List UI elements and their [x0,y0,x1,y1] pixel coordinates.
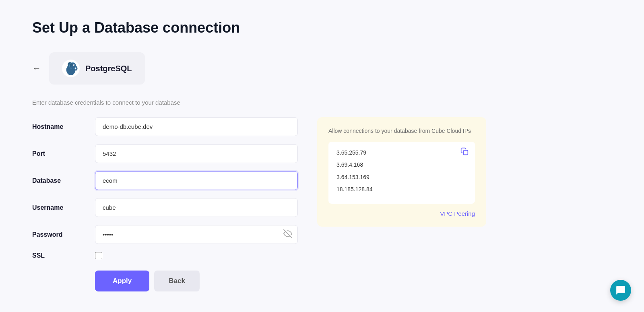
db-selector: ← [32,52,612,85]
svg-rect-9 [464,151,468,155]
toggle-password-button[interactable] [283,229,292,240]
form-layout: Hostname Port Database Username Password [32,117,612,291]
hostname-input[interactable] [95,117,298,136]
page-title: Set Up a Database connection [32,19,612,36]
instructions-text: Enter database credentials to connect to… [32,99,612,106]
vpc-peering-link[interactable]: VPC Peering [328,210,475,217]
ip-item: 18.185.128.84 [336,185,467,194]
apply-button[interactable]: Apply [95,271,149,291]
port-label: Port [32,150,89,157]
port-row: Port [32,144,298,163]
password-label: Password [32,231,89,238]
db-name-label: PostgreSQL [85,64,132,73]
ip-item: 3.65.255.79 [336,148,467,157]
info-panel-title: Allow connections to your database from … [328,127,475,135]
form-section: Hostname Port Database Username Password [32,117,298,291]
password-wrapper [95,225,298,244]
username-input[interactable] [95,198,298,217]
back-arrow-button[interactable]: ← [32,63,41,74]
ssl-label: SSL [32,252,89,259]
chat-bubble-button[interactable] [610,280,631,301]
db-card: PostgreSQL [49,52,145,85]
ip-item: 3.64.153.169 [336,173,467,182]
database-label: Database [32,177,89,184]
postgresql-icon [62,60,80,77]
database-input[interactable] [95,171,298,190]
port-input[interactable] [95,144,298,163]
svg-point-6 [74,65,74,65]
hostname-row: Hostname [32,117,298,136]
back-button[interactable]: Back [154,271,200,291]
buttons-row: Apply Back [95,271,298,291]
password-input[interactable] [95,225,298,244]
ssl-row: SSL [32,252,298,259]
ssl-checkbox[interactable] [95,252,102,259]
hostname-label: Hostname [32,123,89,130]
username-row: Username [32,198,298,217]
password-row: Password [32,225,298,244]
ip-item: 3.69.4.168 [336,160,467,169]
info-panel: Allow connections to your database from … [317,117,486,227]
username-label: Username [32,204,89,211]
copy-ips-button[interactable] [460,147,469,157]
database-row: Database [32,171,298,190]
ip-list-wrapper: 3.65.255.79 3.69.4.168 3.64.153.169 18.1… [328,142,475,204]
